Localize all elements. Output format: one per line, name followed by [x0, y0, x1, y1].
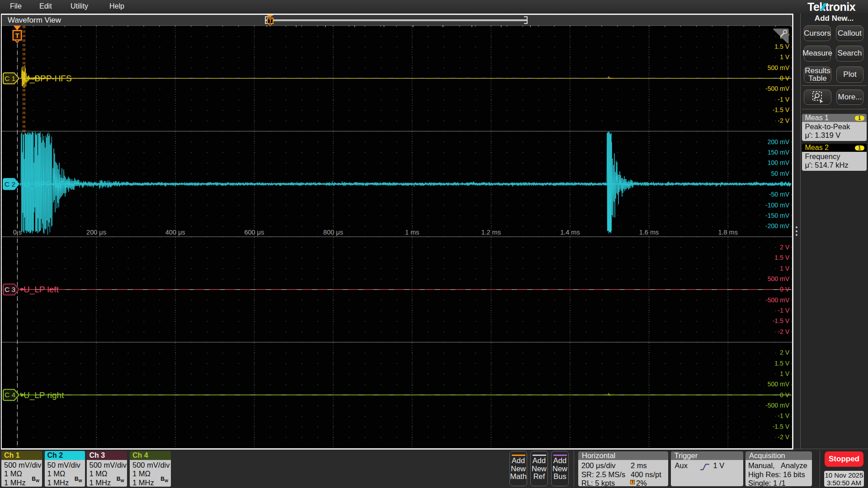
- svg-text:-500 mV: -500 mV: [765, 85, 790, 92]
- svg-text:100 mV: 100 mV: [768, 159, 790, 166]
- svg-text:-150 mV: -150 mV: [765, 212, 790, 219]
- svg-text:400 μs: 400 μs: [165, 229, 185, 236]
- svg-text:0 V: 0 V: [780, 75, 790, 82]
- svg-text:-500 mV: -500 mV: [765, 296, 790, 304]
- svg-text:500 mV: 500 mV: [768, 275, 790, 282]
- svg-text:1 ms: 1 ms: [405, 229, 419, 236]
- svg-text:U_LP right: U_LP right: [24, 390, 64, 400]
- svg-text:1.5 V: 1.5 V: [774, 254, 789, 261]
- svg-text:C 3: C 3: [5, 286, 15, 293]
- svg-text:1.4 ms: 1.4 ms: [560, 229, 580, 236]
- svg-text:T: T: [269, 18, 272, 23]
- svg-text:-1 V: -1 V: [778, 96, 789, 103]
- svg-text:1.6 ms: 1.6 ms: [639, 229, 659, 236]
- svg-text:500 mV: 500 mV: [768, 64, 790, 71]
- svg-text:1.5 V: 1.5 V: [774, 43, 789, 50]
- svg-text:2 V: 2 V: [780, 349, 790, 356]
- svg-text:1 V: 1 V: [780, 370, 790, 377]
- svg-text:1.5 V: 1.5 V: [774, 360, 789, 367]
- svg-text:-200 mV: -200 mV: [765, 222, 790, 230]
- svg-text:-500 mV: -500 mV: [765, 402, 790, 409]
- svg-text:C 4: C 4: [5, 391, 16, 399]
- svg-text:U_BPP-LFS: U_BPP-LFS: [24, 179, 70, 189]
- svg-text:2 V: 2 V: [780, 244, 790, 251]
- svg-text:-100 mV: -100 mV: [765, 202, 790, 209]
- svg-text:1 V: 1 V: [780, 265, 790, 272]
- svg-text:-1 V: -1 V: [778, 307, 789, 314]
- svg-text:-1.5 V: -1.5 V: [773, 106, 790, 113]
- svg-text:1.2 ms: 1.2 ms: [481, 229, 501, 236]
- svg-text:U_LP left: U_LP left: [24, 285, 59, 295]
- svg-text:T: T: [631, 480, 634, 484]
- svg-text:150 mV: 150 mV: [768, 149, 790, 156]
- svg-text:-1.5 V: -1.5 V: [773, 317, 790, 324]
- svg-text:C 1: C 1: [5, 75, 15, 82]
- svg-text:C 2: C 2: [5, 180, 15, 188]
- svg-text:-1 V: -1 V: [778, 412, 789, 419]
- svg-text:-2 V: -2 V: [778, 117, 789, 124]
- svg-text:200 μs: 200 μs: [86, 229, 106, 236]
- svg-text:-1.5 V: -1.5 V: [773, 423, 790, 430]
- svg-text:200 mV: 200 mV: [768, 138, 790, 145]
- svg-text:0 V: 0 V: [780, 391, 790, 399]
- svg-text:T: T: [15, 32, 19, 39]
- svg-text:600 μs: 600 μs: [244, 229, 264, 236]
- svg-text:800 μs: 800 μs: [323, 229, 343, 236]
- svg-text:1.8 ms: 1.8 ms: [718, 229, 738, 236]
- svg-text:0 V: 0 V: [780, 286, 790, 293]
- svg-text:-2 V: -2 V: [778, 328, 789, 335]
- svg-text:-2 V: -2 V: [778, 433, 789, 441]
- svg-text:1 V: 1 V: [780, 53, 790, 61]
- svg-text:50 mV: 50 mV: [771, 170, 790, 177]
- svg-text:-50 mV: -50 mV: [769, 191, 790, 198]
- svg-text:500 mV: 500 mV: [768, 380, 790, 388]
